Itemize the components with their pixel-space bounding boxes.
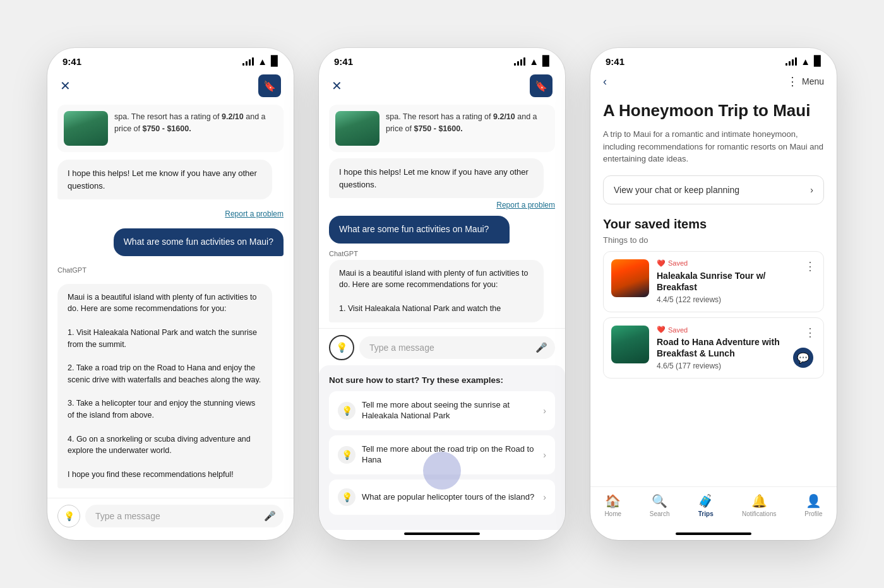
suggestion-item-0[interactable]: 💡 Tell me more about seeing the sunrise … [329,391,555,430]
signal-icon-1 [242,57,254,66]
nav-item-profile[interactable]: 👤 Profile [804,493,822,517]
battery-icon-3: ▉ [814,56,821,67]
phone-2: 9:41 ▲ ▉ ✕ 🔖 [319,48,565,540]
home-nav-icon: 🏠 [605,493,621,509]
saved-badge-1: ❤️ Saved [657,326,797,334]
status-bar-3: 9:41 ▲ ▉ [590,48,837,69]
saved-card-0[interactable]: ❤️ Saved Haleakala Sunrise Tour w/ Break… [603,251,824,312]
bottom-nav: 🏠 Home 🔍 Search 🧳 Trips 🔔 Notifications … [590,486,837,530]
nav-item-search[interactable]: 🔍 Search [650,493,670,517]
status-bar-2: 9:41 ▲ ▉ [319,48,565,69]
bookmark-icon-1: 🔖 [263,80,276,92]
lightbulb-button-1[interactable]: 💡 [57,505,80,527]
message-input-2[interactable]: Type a message [359,336,555,359]
saved-name-0: Haleakala Sunrise Tour w/ Breakfast [657,270,797,293]
home-indicator-3 [676,532,751,535]
heart-icon-1: ❤️ [657,326,666,334]
nav-item-home[interactable]: 🏠 Home [604,493,621,517]
profile-nav-label: Profile [804,510,822,517]
menu-label: Menu [802,76,824,86]
notifications-nav-label: Notifications [742,510,776,517]
user-message-2: What are some fun activities on Maui? [329,216,510,244]
suggestion-icon-0: 💡 [338,402,355,420]
nav-item-trips[interactable]: 🧳 Trips [698,493,714,517]
signal-icon-2 [514,57,525,66]
bookmark-button-1[interactable]: 🔖 [258,74,281,97]
suggestions-title: Not sure how to start? Try these example… [329,375,555,385]
bot-message-1: I hope this helps! Let me know if you ha… [57,160,272,199]
close-button-2[interactable]: ✕ [332,78,342,93]
saved-section: Your saved items Things to do ❤️ Saved H… [603,217,824,486]
nav-bar-2: ✕ 🔖 [319,69,565,105]
chat-bubble-icon[interactable]: 💬 [793,348,813,368]
time-3: 9:41 [606,56,624,67]
saved-rating-1: 4.6/5 (177 reviews) [657,362,797,370]
menu-button[interactable]: ⋮ Menu [787,74,824,88]
battery-icon-1: ▉ [271,56,278,67]
resort-image-1 [64,111,108,146]
chatgpt-label-2: ChatGPT [329,250,555,257]
suggestion-text-0: Tell me more about seeing the sunrise at… [362,400,537,421]
saved-badge-0: ❤️ Saved [657,259,797,268]
wifi-icon-1: ▲ [258,56,267,67]
chat-content-2: spa. The resort has a rating of 9.2/10 a… [319,105,565,322]
wifi-icon-2: ▲ [529,56,539,67]
report-link-3[interactable]: Report a problem [329,198,555,212]
image-message-1: spa. The resort has a rating of 9.2/10 a… [57,105,284,152]
input-bar-2: 💡 Type a message 🎤 [319,328,565,365]
time-1: 9:41 [63,56,81,67]
trips-nav-icon: 🧳 [698,493,714,509]
message-input-1[interactable]: Type a message [85,505,284,527]
suggestion-icon-2: 💡 [338,488,355,506]
lightbulb-button-2[interactable]: 💡 [329,335,354,360]
signal-icon-3 [785,57,797,66]
report-link-1[interactable]: Report a problem [57,207,284,221]
saved-thumb-1 [611,326,649,363]
saved-more-1[interactable]: ⋮ [804,326,816,339]
suggestion-arrow-1: › [543,450,546,460]
view-chat-arrow: › [810,185,813,195]
suggestion-icon-1: 💡 [338,446,355,464]
saved-info-0: ❤️ Saved Haleakala Sunrise Tour w/ Break… [657,259,797,304]
profile-nav-icon: 👤 [806,493,821,509]
bookmark-button-2[interactable]: 🔖 [530,74,552,97]
suggestions-area: 💡 Type a message 🎤 Not sure how to start… [319,322,565,530]
bot-message-4: Maui is a beautiful island with plenty o… [329,260,544,322]
mic-icon-1[interactable]: 🎤 [264,510,276,522]
overlay-circle [423,452,461,490]
input-placeholder-2: Type a message [369,343,434,353]
time-2: 9:41 [334,56,353,67]
chatgpt-label-1: ChatGPT [57,266,284,274]
status-icons-1: ▲ ▉ [242,56,278,67]
view-chat-label: View your chat or keep planning [614,185,739,195]
view-chat-button[interactable]: View your chat or keep planning › [603,175,824,204]
battery-icon-2: ▉ [542,56,550,67]
suggestion-text-2: What are popular helicopter tours of the… [362,492,537,503]
things-to-do-label: Things to do [603,235,824,245]
phone-1: 9:41 ▲ ▉ ✕ 🔖 [47,48,294,540]
mic-icon-2[interactable]: 🎤 [535,342,547,353]
close-button-1[interactable]: ✕ [60,78,71,93]
saved-name-1: Road to Hana Adventure with Breakfast & … [657,336,797,359]
search-nav-label: Search [650,510,670,517]
trip-description: A trip to Maui for a romantic and intima… [603,128,824,165]
back-button[interactable]: ‹ [603,75,607,88]
chat-content-1: spa. The resort has a rating of 9.2/10 a… [47,105,294,498]
image-text-1: spa. The resort has a rating of 9.2/10 a… [114,111,277,135]
saved-rating-0: 4.4/5 (122 reviews) [657,295,797,304]
heart-icon-0: ❤️ [657,259,666,268]
three-dots-icon: ⋮ [787,74,798,88]
bot-message-2: Maui is a beautiful island with plenty o… [57,284,272,488]
phone-3: 9:41 ▲ ▉ ‹ ⋮ Menu A Honeymoon Trip [590,48,837,540]
nav-bar-1: ✕ 🔖 [47,69,294,105]
nav-item-notifications[interactable]: 🔔 Notifications [742,493,776,517]
message-input-wrapper-1: Type a message 🎤 [85,505,284,527]
suggestion-arrow-0: › [543,406,546,416]
trips-nav-label: Trips [698,510,714,517]
message-input-wrapper-2: Type a message 🎤 [359,336,555,359]
saved-card-1[interactable]: ❤️ Saved Road to Hana Adventure with Bre… [603,317,824,379]
saved-more-0[interactable]: ⋮ [804,259,816,273]
bookmark-icon-2: 🔖 [535,80,547,92]
wifi-icon-3: ▲ [801,56,810,67]
image-message-2: spa. The resort has a rating of 9.2/10 a… [329,105,555,152]
